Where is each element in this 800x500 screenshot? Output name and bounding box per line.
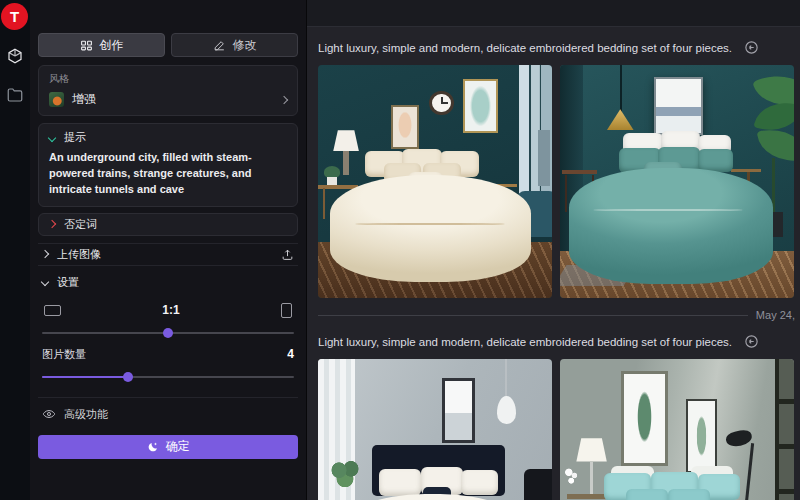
negative-words-label: 否定词 bbox=[64, 217, 97, 232]
tab-modify[interactable]: 修改 bbox=[171, 33, 298, 57]
reuse-prompt-icon[interactable] bbox=[744, 40, 759, 55]
slider-knob[interactable] bbox=[123, 372, 133, 382]
confirm-label: 确定 bbox=[166, 438, 190, 455]
reuse-prompt-icon[interactable] bbox=[744, 334, 759, 349]
image-grid bbox=[318, 359, 800, 500]
prompt-header[interactable]: 提示 bbox=[49, 130, 287, 145]
aspect-ratio-row: 1:1 bbox=[38, 303, 298, 318]
chevron-right-icon bbox=[48, 220, 56, 228]
aspect-ratio-value: 1:1 bbox=[61, 303, 281, 317]
mode-tabs: 创作 修改 bbox=[38, 33, 298, 57]
tab-modify-label: 修改 bbox=[233, 37, 257, 54]
confirm-button[interactable]: 确定 bbox=[38, 435, 298, 459]
prompt-input[interactable]: An underground city, filled with steam-p… bbox=[49, 150, 287, 198]
image-count-value: 4 bbox=[287, 347, 294, 361]
model-cube-icon[interactable] bbox=[6, 47, 24, 65]
generated-image-4[interactable] bbox=[560, 359, 794, 500]
generated-image-2[interactable] bbox=[560, 65, 794, 298]
portrait-ratio-icon[interactable] bbox=[281, 303, 292, 318]
result-caption: Light luxury, simple and modern, delicat… bbox=[318, 42, 732, 54]
date-divider: May 24, bbox=[318, 309, 800, 321]
result-group-1: Light luxury, simple and modern, delicat… bbox=[307, 40, 800, 321]
landscape-ratio-icon[interactable] bbox=[44, 305, 61, 316]
eye-icon bbox=[42, 407, 56, 421]
negative-words-section[interactable]: 否定词 bbox=[38, 213, 298, 236]
results-area: Light luxury, simple and modern, delicat… bbox=[307, 0, 800, 500]
caption-row: Light luxury, simple and modern, delicat… bbox=[318, 40, 800, 55]
advanced-features-label: 高级功能 bbox=[64, 407, 108, 422]
settings-label: 设置 bbox=[57, 275, 79, 290]
image-count-label: 图片数量 bbox=[42, 347, 86, 362]
prompt-section: 提示 An underground city, filled with stea… bbox=[38, 123, 298, 207]
style-thumbnail bbox=[49, 92, 64, 107]
prompt-label: 提示 bbox=[64, 130, 86, 145]
app-window: T 创作 修改 风格 增强 bbox=[0, 0, 800, 500]
logo-letter: T bbox=[10, 8, 19, 25]
style-label: 风格 bbox=[49, 72, 287, 86]
control-panel: 创作 修改 风格 增强 提示 An underground city, fill… bbox=[30, 0, 307, 500]
style-value: 增强 bbox=[72, 91, 281, 108]
image-count-slider[interactable] bbox=[42, 372, 294, 382]
result-group-2: Light luxury, simple and modern, delicat… bbox=[307, 334, 800, 500]
caption-row: Light luxury, simple and modern, delicat… bbox=[318, 334, 800, 349]
chevron-right-icon bbox=[280, 95, 288, 103]
generated-image-3[interactable] bbox=[318, 359, 552, 500]
edit-pencil-icon bbox=[213, 39, 226, 52]
upload-image-label: 上传图像 bbox=[57, 247, 101, 262]
tab-create-label: 创作 bbox=[100, 37, 124, 54]
tab-create[interactable]: 创作 bbox=[38, 33, 165, 57]
chevron-right-icon bbox=[41, 250, 49, 258]
aspect-ratio-slider[interactable] bbox=[42, 328, 294, 338]
chevron-down-icon bbox=[41, 278, 49, 286]
grid-icon bbox=[80, 39, 93, 52]
moon-sparkle-icon bbox=[147, 441, 159, 453]
chevron-down-icon bbox=[48, 133, 56, 141]
date-label: May 24, bbox=[756, 309, 795, 321]
slider-knob[interactable] bbox=[163, 328, 173, 338]
result-caption: Light luxury, simple and modern, delicat… bbox=[318, 336, 732, 348]
upload-image-section[interactable]: 上传图像 bbox=[38, 243, 298, 266]
app-logo[interactable]: T bbox=[1, 3, 28, 30]
advanced-features-toggle[interactable]: 高级功能 bbox=[38, 397, 298, 422]
style-selector[interactable]: 风格 增强 bbox=[38, 65, 298, 116]
generated-image-1[interactable] bbox=[318, 65, 552, 298]
left-rail: T bbox=[0, 0, 30, 500]
upload-icon bbox=[281, 248, 294, 261]
image-grid bbox=[318, 65, 800, 298]
settings-header[interactable]: 设置 bbox=[38, 275, 298, 290]
image-count-row: 图片数量 4 bbox=[38, 347, 298, 362]
folder-icon[interactable] bbox=[6, 86, 24, 104]
top-bar bbox=[307, 0, 800, 27]
